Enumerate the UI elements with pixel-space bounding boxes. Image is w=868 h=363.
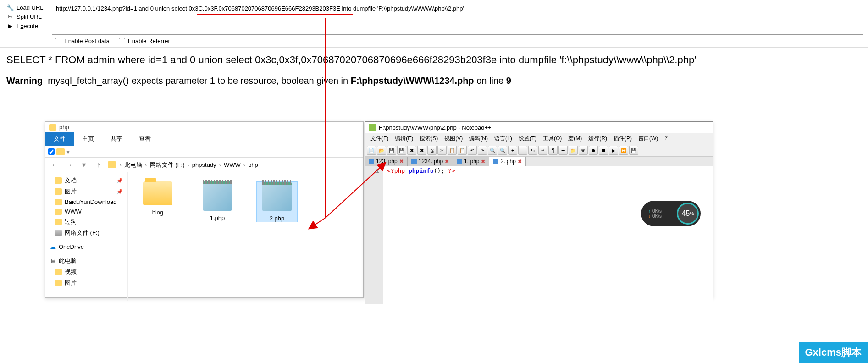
tool-monitor[interactable]: 👁 [579,146,588,155]
sidebar-item-docs[interactable]: 文档📌 [47,175,126,186]
tool-saveall[interactable]: 💾 [397,146,406,155]
menu-settings[interactable]: 设置(T) [516,134,539,143]
sidebar-label: 图片 [65,187,77,196]
tool-closeall[interactable]: ✖ [417,146,426,155]
sidebar-label: 过狗 [65,218,77,226]
file-item-2php[interactable]: 2.php [256,182,298,222]
page-output: SELECT * FROM admin where id=1 and 0 uni… [0,48,868,92]
tool-paste[interactable]: 📋 [458,146,467,155]
tool-play[interactable]: ▶ [609,146,618,155]
tab-file[interactable]: 文件 [45,132,74,146]
php-rest: (); [434,167,444,174]
speed-percent-circle: 45% [677,203,699,225]
tool-copy[interactable]: 📋 [448,146,457,155]
nav-forward[interactable]: → [64,161,75,169]
tool-wrap[interactable]: ↵ [538,146,547,155]
tool-print[interactable]: 🖨 [427,146,437,155]
crumb-drive[interactable]: 网络文件 (F:) [150,161,185,169]
sidebar-label: 网络文件 (F:) [65,229,100,237]
sidebar-item-pics[interactable]: 图片📌 [47,186,126,197]
tool-new[interactable]: 📄 [367,146,376,155]
npp-tab-2[interactable]: 2. php✖ [489,157,525,166]
files-area[interactable]: blog 1.php 2.php [128,172,363,301]
minimize-button[interactable]: — [703,124,709,131]
crumb-phpstudy[interactable]: phpstudy [192,161,216,168]
menu-plugins[interactable]: 插件(P) [611,134,635,143]
line-gutter: 1 [365,166,383,304]
menu-window[interactable]: 窗口(W) [636,134,661,143]
npp-tab-1[interactable]: 1. php✖ [453,157,489,166]
enable-referrer-checkbox[interactable]: Enable Referrer [119,38,170,44]
select-all-checkbox[interactable] [48,148,55,155]
tool-cut[interactable]: ✂ [437,146,447,155]
npp-tab-123[interactable]: 123. php✖ [365,157,408,166]
close-icon[interactable]: ✖ [399,159,404,165]
execute-button[interactable]: ▶ Execute [5,21,48,30]
menu-encoding[interactable]: 编码(N) [466,134,491,143]
nav-recent[interactable]: ▾ [78,160,89,169]
tab-view[interactable]: 查看 [131,132,159,146]
menu-file[interactable]: 文件(F) [368,134,391,143]
tool-stop[interactable]: ⏹ [599,146,608,155]
tool-zoom-out[interactable]: - [518,146,527,155]
sidebar-item-drive-f[interactable]: 网络文件 (F:) [47,227,126,238]
tool-indent[interactable]: ➡ [558,146,568,155]
file-item-blog[interactable]: blog [137,182,178,216]
crumb-pc[interactable]: 此电脑 [124,161,142,169]
sidebar-item-pics2[interactable]: 图片 [47,277,126,288]
tool-replace[interactable]: 🔍 [498,146,507,155]
tab-home[interactable]: 主页 [74,132,102,146]
close-icon[interactable]: ✖ [481,159,485,165]
post-checkbox-input[interactable] [55,38,61,44]
close-icon[interactable]: ✖ [445,159,449,165]
menu-view[interactable]: 视图(V) [442,134,465,143]
tool-playmulti[interactable]: ⏩ [619,146,628,155]
npp-titlebar[interactable]: F:\phpstudy\WWW\php\2.php - Notepad++ — [365,122,713,133]
tool-find[interactable]: 🔍 [488,146,497,155]
menu-search[interactable]: 搜索(S) [417,134,441,143]
menu-language[interactable]: 语言(L) [492,134,515,143]
tool-open[interactable]: 📂 [377,146,386,155]
sidebar-item-www[interactable]: WWW [47,207,126,216]
npp-tab-1234[interactable]: 1234. php✖ [408,157,453,166]
crumb-php[interactable]: php [248,161,258,168]
code-area[interactable]: <?php phpinfo(); ?> [383,166,459,304]
sidebar-onedrive[interactable]: ☁OneDrive [47,242,126,252]
url-input[interactable]: http://127.0.0.1/1234.php?id=1 and 0 uni… [52,3,863,35]
crumb-www[interactable]: WWW [224,161,241,168]
tool-redo[interactable]: ↷ [478,146,487,155]
tool-zoom-in[interactable]: + [508,146,517,155]
split-url-button[interactable]: ✂ Split URL [5,12,48,21]
tool-close[interactable]: ✖ [407,146,416,155]
menu-tools[interactable]: 工具(O) [540,134,564,143]
menu-macro[interactable]: 宏(M) [565,134,585,143]
speed-widget[interactable]: ↑0K/s ↓0K/s 45% [641,201,701,226]
menu-help[interactable]: ? [662,134,670,143]
file-item-1php[interactable]: 1.php [197,182,238,221]
sidebar-thispc[interactable]: 🖥此电脑 [47,255,126,266]
menu-edit[interactable]: 编辑(E) [392,134,416,143]
tab-share[interactable]: 共享 [102,132,131,146]
tool-show-chars[interactable]: ¶ [548,146,558,155]
quick-overflow[interactable]: ▾ [66,148,70,155]
tool-sync[interactable]: ⇆ [528,146,537,155]
explorer-titlebar[interactable]: php [45,122,363,132]
npp-editor[interactable]: 1 <?php phpinfo(); ?> [365,166,713,304]
tool-folder[interactable]: 📁 [569,146,578,155]
nav-up[interactable]: ↑ [93,161,104,169]
referrer-checkbox-input[interactable] [119,38,125,44]
php-open-tag: <?php [387,167,405,174]
sidebar-item-baidu[interactable]: BaiduYunDownload [47,197,126,207]
load-url-button[interactable]: 🔧 Load URL [5,3,48,12]
nav-back[interactable]: ← [49,161,60,169]
enable-post-checkbox[interactable]: Enable Post data [55,38,110,44]
sidebar-item-guogou[interactable]: 过狗 [47,216,126,227]
tool-save[interactable]: 💾 [387,146,396,155]
tool-undo[interactable]: ↶ [468,146,477,155]
close-icon[interactable]: ✖ [518,159,522,165]
menu-run[interactable]: 运行(R) [586,134,610,143]
npp-menubar: 文件(F) 编辑(E) 搜索(S) 视图(V) 编码(N) 语言(L) 设置(T… [365,133,713,144]
sidebar-item-video[interactable]: 视频 [47,266,126,277]
tool-record[interactable]: ⏺ [589,146,598,155]
tool-savemacro[interactable]: 💾 [629,146,638,155]
